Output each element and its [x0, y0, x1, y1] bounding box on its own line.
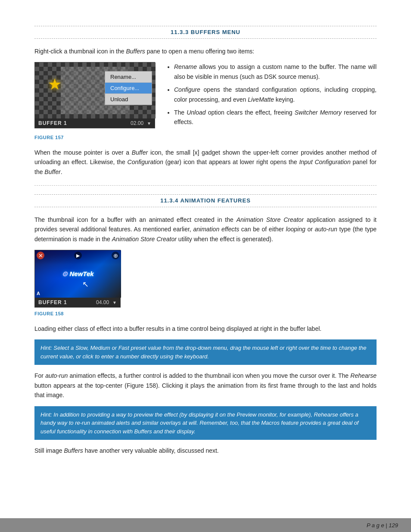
bullet-unload: The Unload option clears the effect, fre… — [174, 108, 377, 127]
buffer-label-bar-1: BUFFER 1 02.00 ▼ — [35, 118, 155, 128]
section-1-bullets: Rename allows you to assign a custom nam… — [165, 62, 377, 130]
section-title-11-3-3: 11.3.3 BUFFERS MENU — [171, 29, 240, 35]
buffer-star-icon: ★ — [48, 75, 62, 93]
buffer-close-icon: ✕ — [37, 252, 44, 259]
buffer-dropdown-arrow[interactable]: ▼ — [147, 121, 151, 126]
buffer-a-label: A — [37, 291, 40, 296]
figure-157-image: ★ Rename... Configure... Unload BUFFER 1… — [34, 62, 155, 128]
buffer-play-icon: ▶ — [74, 252, 82, 259]
buffer-time-1: 02.00 — [131, 120, 143, 126]
bullet-rename: Rename allows you to assign a custom nam… — [174, 62, 377, 81]
hint-text-2: Hint: In addition to providing a way to … — [40, 411, 358, 435]
section-header-11-3-4: 11.3.4 ANIMATION FEATURES — [34, 194, 377, 207]
buffer-label-bar-2: BUFFER 1 04.00 ▼ — [35, 298, 120, 307]
figure-158-label: FIGURE 158 — [34, 311, 377, 316]
page: 11.3.3 BUFFERS MENU Right-click a thumbn… — [0, 0, 411, 532]
buffer-thumbnail-1: ★ Rename... Configure... Unload — [35, 62, 156, 118]
section-2-paragraph-2: Loading either class of effect into a bu… — [34, 324, 377, 333]
buffer-dropdown-arrow-2[interactable]: ▼ — [112, 300, 117, 305]
buffer-cursor: ↖ — [82, 280, 89, 289]
hint-box-2: Hint: In addition to providing a way to … — [34, 406, 377, 440]
hint-box-1: Hint: Select a Slow, Medium or Fast pres… — [34, 339, 377, 365]
buffer-name-1: BUFFER 1 — [38, 120, 127, 126]
footer-bar: P a g e | 129 — [0, 518, 411, 532]
section-2-paragraph-1: The thumbnail icon for a buffer with an … — [34, 215, 377, 244]
bullet-configure: Configure opens the standard configurati… — [174, 85, 377, 104]
page-number: P a g e | 129 — [367, 522, 398, 529]
figure-157-container: ★ Rename... Configure... Unload BUFFER 1… — [34, 62, 377, 130]
section-2-paragraph-3: For auto-run animation effects, a furthe… — [34, 371, 377, 400]
section-divider-1 — [34, 185, 377, 186]
section-intro: Right-click a thumbnail icon in the Buff… — [34, 47, 377, 56]
hint-text-1: Hint: Select a Slow, Medium or Fast pres… — [40, 345, 367, 360]
section-2-paragraph-4: Still image Buffers have another very va… — [34, 446, 377, 455]
buffer-plus-icon: ⊕ — [112, 252, 119, 259]
figure-158-container: ✕ ▶ ⊕ A ↖ ⊙ NewTek BUFFER 1 04.00 ▼ — [34, 250, 377, 308]
buffer-img-2-top: ✕ ▶ ⊕ A ↖ ⊙ NewTek — [35, 250, 121, 298]
context-menu: Rename... Configure... Unload — [105, 71, 152, 105]
section-1-paragraph-2: When the mouse pointer is over a Buffer … — [34, 148, 377, 177]
section-title-11-3-4: 11.3.4 ANIMATION FEATURES — [160, 197, 251, 204]
newtek-logo: ⊙ NewTek — [62, 270, 93, 278]
context-menu-configure[interactable]: Configure... — [105, 83, 152, 94]
buffer-icons-row: ✕ ▶ ⊕ — [35, 252, 121, 259]
figure-157-label: FIGURE 157 — [34, 135, 377, 140]
buffer-time-2: 04.00 — [96, 299, 109, 305]
buffer-name-2: BUFFER 1 — [38, 299, 93, 305]
context-menu-rename[interactable]: Rename... — [105, 72, 152, 83]
context-menu-unload[interactable]: Unload — [105, 94, 152, 105]
section-header-11-3-3: 11.3.3 BUFFERS MENU — [34, 26, 377, 39]
figure-158-image: ✕ ▶ ⊕ A ↖ ⊙ NewTek BUFFER 1 04.00 ▼ — [34, 250, 121, 308]
buffer-widget-1: ★ Rename... Configure... Unload BUFFER 1… — [34, 62, 155, 128]
